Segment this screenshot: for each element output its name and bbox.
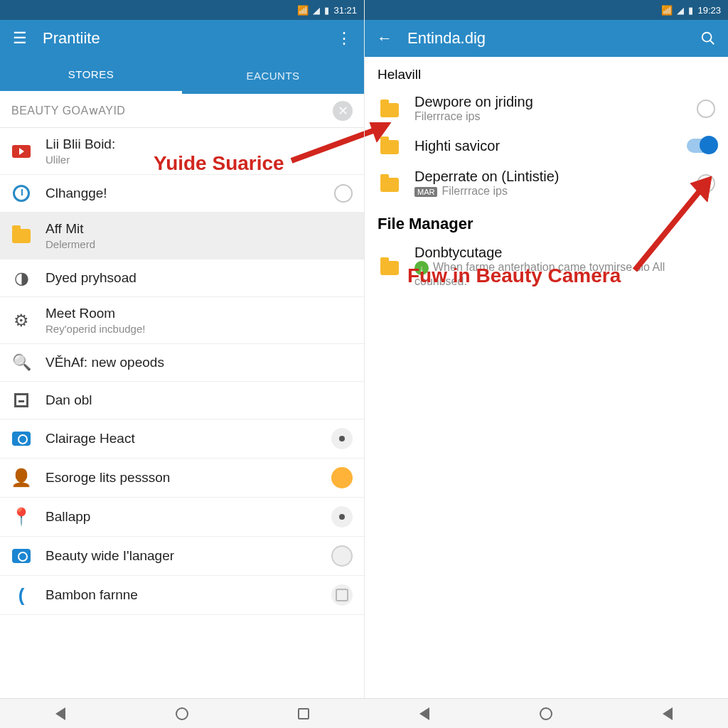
item-title: Deperrate on (Lintistie) [414,168,684,185]
nav-home[interactable] [486,699,607,728]
item-title: Donbtycutage [414,245,715,261]
nav-back[interactable] [0,699,122,728]
item-icon [11,226,31,246]
folder-icon [378,175,402,192]
item-title: Dan obl [46,392,353,408]
item-icon: 📍 [11,507,31,527]
item-title: Dyed pryhsoad [46,270,353,286]
status-time: 31:21 [333,5,357,16]
item-trailing [331,467,353,488]
list-item[interactable]: Beauty wide I'lanager [0,537,364,576]
system-nav-bar [0,698,728,728]
tab-bar: STORES EACUNTS [0,57,364,94]
item-icon: ◑ [11,268,31,288]
toggle-switch[interactable] [687,139,715,153]
item-title: Bambon farnne [46,587,317,603]
wifi-icon: 📶 [661,5,673,16]
section-header: Helavill [365,57,728,87]
section-header: File Manager [365,205,728,237]
item-title: Esoroge lits pessson [46,470,317,486]
item-title: Lii Blii Boid: [46,136,353,152]
wifi-icon: 📶 [297,5,309,16]
item-icon: ( [11,585,31,605]
back-icon[interactable]: ← [375,28,395,48]
list-item[interactable]: Highti savicor [365,130,728,161]
item-subtitle: ↓When farme anterhation came toymirse sl… [414,261,715,288]
item-trailing [331,584,353,606]
nav-back[interactable] [606,699,728,728]
result-list: Lii Blii Boid:UlilerClhangge!Aff MitDele… [0,128,364,698]
item-title: Clhangge! [46,186,320,201]
tab-accounts[interactable]: EACUNTS [182,57,364,94]
folder-icon [378,137,402,154]
battery-icon: ▮ [688,5,693,16]
list-item[interactable]: Lii Blii Boid:Uliler [0,128,364,175]
nav-back[interactable] [364,699,486,728]
overflow-icon[interactable]: ⋮ [334,28,354,48]
folder-icon [378,258,402,275]
list-item[interactable]: 🔍VĚhAf: new opeods [0,344,364,382]
status-bar: 📶 ◢ ▮ 19:23 [365,0,728,20]
nav-home[interactable] [122,699,243,728]
list-item[interactable]: Dan obl [0,382,364,419]
svg-line-3 [710,41,714,45]
item-icon [11,390,31,410]
list-item[interactable]: ◑Dyed pryhsoad [0,259,364,297]
item-title: Aff Mit [46,221,353,237]
list-item[interactable]: 👤Esoroge lits pessson [0,459,364,498]
list-item[interactable]: Donbtycutage↓When farme anterhation came… [365,237,728,295]
item-title: Meet Room [46,306,353,321]
list-item[interactable]: Clhangge! [0,175,364,213]
list-item[interactable]: ⚙Meet RoomRey'operid incbudge! [0,297,364,344]
app-bar: ← Entinda.dig [365,20,728,57]
radio-button[interactable] [697,100,715,118]
search-input[interactable]: BEAUTY GOAᴡAYID [11,104,333,117]
app-bar: ☰ Prantiite ⋮ [0,20,364,57]
nav-recent[interactable] [242,699,364,728]
item-subtitle: Delermerd [46,238,353,250]
item-title: Dewpore on jriding [414,94,684,110]
list-item[interactable]: 📍Ballapp [0,498,364,537]
app-title: Entinda.dig [407,29,698,48]
list-item[interactable]: (Bambon farnne [0,576,364,615]
svg-point-2 [702,33,712,42]
item-title: VĚhAf: new opeods [46,355,353,370]
item-icon [11,183,31,203]
item-icon: 👤 [11,468,31,488]
item-subtitle: MARFilerrrace ips [414,185,684,198]
list-item[interactable]: Aff MitDelermerd [0,213,364,259]
list-item[interactable]: Dewpore on jridingFilerrrace ips [365,87,728,130]
item-icon: 🔍 [11,353,31,373]
item-subtitle: Filerrrace ips [414,110,684,123]
item-trailing [331,545,353,567]
item-icon [11,546,31,566]
signal-icon: ◢ [677,5,684,16]
item-title: Clairage Heact [46,431,317,446]
clear-search-icon[interactable]: ✕ [333,101,353,121]
folder-icon [378,100,402,117]
item-icon: ⚙ [11,311,31,331]
battery-icon: ▮ [324,5,329,16]
search-row[interactable]: BEAUTY GOAᴡAYID ✕ [0,94,364,128]
menu-icon[interactable]: ☰ [10,28,30,48]
item-title: Highti savicor [414,138,674,154]
item-icon [11,141,31,161]
item-trailing[interactable] [334,184,353,203]
list-item[interactable]: Deperrate on (Lintistie)MARFilerrrace ip… [365,161,728,205]
search-icon[interactable] [698,28,718,48]
app-title: Prantiite [43,29,334,48]
radio-button[interactable] [697,174,715,193]
item-title: Ballapp [46,509,317,525]
item-trailing [331,428,353,449]
item-subtitle: Uliler [46,154,353,166]
signal-icon: ◢ [313,5,320,16]
item-icon [11,429,31,449]
tab-stores[interactable]: STORES [0,57,182,94]
item-trailing [331,506,353,528]
item-title: Beauty wide I'lanager [46,548,317,564]
status-time: 19:23 [697,5,721,16]
list-item[interactable]: Clairage Heact [0,419,364,459]
status-bar: 📶 ◢ ▮ 31:21 [0,0,364,20]
item-subtitle: Rey'operid incbudge! [46,323,353,335]
